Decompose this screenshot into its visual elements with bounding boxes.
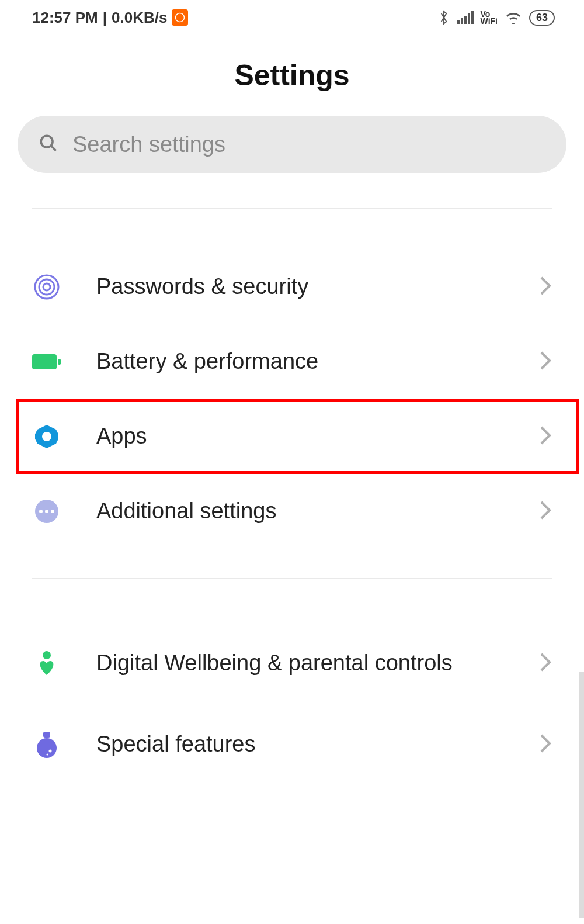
settings-item-label: Special features (96, 731, 504, 758)
settings-item-battery-performance[interactable]: Battery & performance (0, 324, 584, 399)
status-left: 12:57 PM | 0.0KB/s (32, 9, 188, 27)
search-input[interactable] (72, 132, 545, 157)
vowifi-icon: Vo WiFi (481, 11, 498, 25)
svg-point-18 (43, 651, 51, 659)
fingerprint-icon (32, 272, 61, 302)
svg-rect-2 (461, 18, 463, 24)
svg-point-0 (176, 13, 185, 22)
status-separator: | (103, 9, 107, 27)
signal-icon (457, 11, 474, 24)
scrollbar[interactable] (579, 672, 584, 918)
svg-point-15 (39, 510, 43, 513)
settings-list: Passwords & security Battery & performan… (0, 250, 584, 549)
svg-point-17 (51, 510, 54, 513)
flask-icon (32, 730, 61, 759)
chevron-right-icon (539, 275, 552, 299)
settings-item-label: Additional settings (96, 498, 504, 525)
chevron-right-icon (539, 500, 552, 523)
settings-item-additional-settings[interactable]: Additional settings (0, 474, 584, 549)
svg-point-16 (45, 510, 48, 513)
svg-rect-19 (43, 732, 50, 738)
dots-icon (32, 497, 61, 526)
svg-rect-5 (471, 11, 474, 24)
settings-item-label: Apps (96, 423, 504, 450)
battery-indicator: 63 (529, 10, 555, 26)
svg-rect-4 (468, 13, 470, 24)
svg-point-13 (42, 432, 51, 441)
status-net-speed: 0.0KB/s (112, 9, 167, 27)
chevron-right-icon (539, 733, 552, 756)
heart-person-icon (32, 649, 61, 678)
apps-gear-icon (32, 422, 61, 451)
settings-item-label: Passwords & security (96, 274, 504, 300)
svg-point-21 (49, 750, 52, 753)
bluetooth-icon (437, 9, 450, 26)
settings-item-label: Digital Wellbeing & parental controls (96, 650, 504, 677)
chevron-right-icon (539, 652, 552, 675)
svg-point-6 (41, 136, 53, 147)
svg-rect-1 (457, 20, 460, 24)
settings-item-label: Battery & performance (96, 348, 504, 375)
wifi-icon (505, 11, 522, 24)
search-bar[interactable] (18, 116, 566, 173)
svg-rect-12 (58, 359, 61, 365)
settings-item-apps[interactable]: Apps (0, 399, 584, 474)
search-icon (39, 133, 58, 155)
settings-item-special-features[interactable]: Special features (0, 707, 584, 782)
status-bar: 12:57 PM | 0.0KB/s Vo WiFi (0, 0, 584, 35)
settings-item-digital-wellbeing[interactable]: Digital Wellbeing & parental controls (0, 620, 584, 707)
svg-line-7 (51, 146, 56, 151)
search-container (18, 116, 566, 173)
mi-icon (172, 9, 188, 26)
svg-rect-3 (464, 16, 467, 24)
svg-point-10 (43, 283, 50, 290)
settings-item-passwords-security[interactable]: Passwords & security (0, 250, 584, 324)
settings-list-2: Digital Wellbeing & parental controls Sp… (0, 620, 584, 782)
status-time: 12:57 PM (32, 9, 98, 27)
page-title: Settings (0, 58, 584, 92)
battery-icon (32, 347, 61, 376)
chevron-right-icon (539, 425, 552, 448)
svg-point-9 (39, 279, 54, 295)
status-right: Vo WiFi 63 (437, 9, 555, 26)
chevron-right-icon (539, 350, 552, 373)
svg-rect-11 (32, 354, 57, 369)
svg-point-22 (46, 753, 48, 755)
